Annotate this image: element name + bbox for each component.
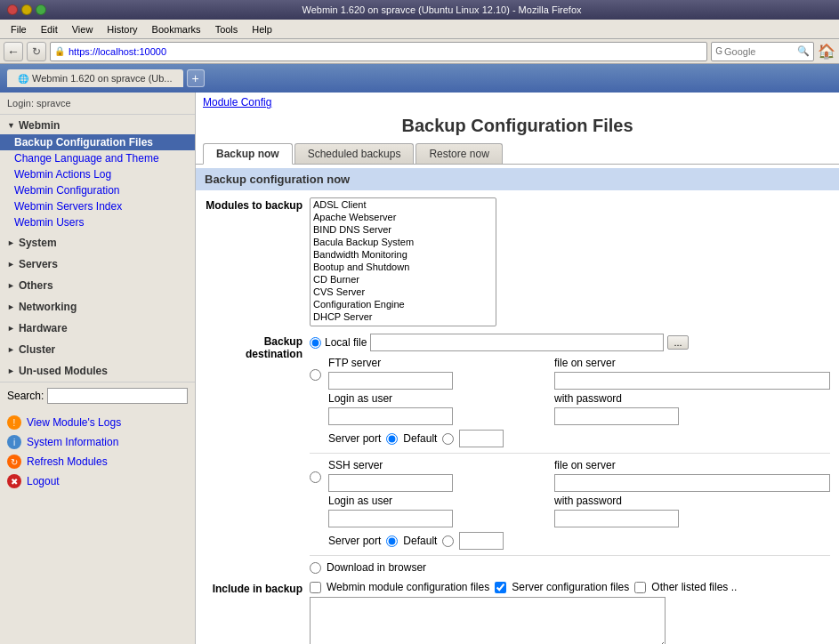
sidebar-item-backup-config[interactable]: Backup Configuration Files bbox=[0, 134, 195, 150]
reload-button[interactable]: ↻ bbox=[27, 42, 46, 61]
module-dhcp[interactable]: DHCP Server bbox=[311, 310, 496, 323]
logout-label: Logout bbox=[27, 475, 60, 487]
module-bootup[interactable]: Bootup and Shutdown bbox=[311, 261, 496, 273]
back-button[interactable]: ← bbox=[4, 42, 23, 61]
tab-restore-now[interactable]: Restore now bbox=[415, 143, 502, 164]
menu-view[interactable]: View bbox=[65, 22, 101, 36]
menu-bookmarks[interactable]: Bookmarks bbox=[145, 22, 208, 36]
sidebar-group-system[interactable]: ► System bbox=[0, 234, 195, 252]
ssh-radio[interactable] bbox=[310, 471, 321, 483]
window-controls[interactable] bbox=[7, 4, 46, 15]
ssh-login-input[interactable] bbox=[328, 510, 453, 527]
browser-tab-label: Webmin 1.620 on spravce (Ub... bbox=[32, 73, 173, 84]
divider-2 bbox=[310, 555, 830, 556]
webmin-module-checkbox[interactable] bbox=[310, 582, 321, 593]
module-config-engine[interactable]: Configuration Engine bbox=[311, 298, 496, 310]
sidebar-group-others[interactable]: ► Others bbox=[0, 277, 195, 294]
ssh-server-input[interactable] bbox=[328, 474, 453, 492]
ssh-section: SSH server Login as user Server port Def… bbox=[310, 459, 830, 550]
sidebar-group-cluster[interactable]: ► Cluster bbox=[0, 341, 195, 358]
sidebar-item-label: Webmin Servers Index bbox=[14, 200, 122, 213]
ssh-file-input[interactable] bbox=[554, 474, 830, 492]
menu-tools[interactable]: Tools bbox=[208, 22, 246, 36]
local-file-radio[interactable] bbox=[310, 337, 321, 349]
servers-group-label: Servers bbox=[19, 258, 58, 270]
module-config-link[interactable]: Module Config bbox=[203, 96, 271, 109]
search-icon[interactable]: 🔍 bbox=[797, 45, 810, 57]
include-textarea[interactable] bbox=[310, 597, 666, 644]
system-information-button[interactable]: i System Information bbox=[7, 432, 188, 452]
ftp-password-input[interactable] bbox=[554, 407, 679, 425]
sidebar-group-hardware[interactable]: ► Hardware bbox=[0, 319, 195, 337]
ssh-default-radio[interactable] bbox=[386, 535, 398, 547]
local-file-input[interactable] bbox=[370, 334, 664, 351]
browser-tab-webmin[interactable]: 🌐 Webmin 1.620 on spravce (Ub... bbox=[7, 69, 183, 87]
modules-content: ADSL Client Apache Webserver BIND DNS Se… bbox=[310, 197, 830, 326]
module-cd[interactable]: CD Burner bbox=[311, 273, 496, 286]
menu-help[interactable]: Help bbox=[245, 22, 279, 36]
ssh-port-input[interactable] bbox=[459, 532, 504, 550]
view-module-logs-button[interactable]: ! View Module's Logs bbox=[7, 413, 188, 432]
sidebar-group-networking[interactable]: ► Networking bbox=[0, 298, 195, 316]
ftp-default-radio[interactable] bbox=[386, 433, 398, 445]
server-config-checkbox[interactable] bbox=[495, 582, 506, 593]
minimize-button[interactable] bbox=[21, 4, 32, 15]
module-adsl[interactable]: ADSL Client bbox=[311, 198, 496, 211]
ssh-custom-radio[interactable] bbox=[442, 535, 454, 547]
include-content: Webmin module configuration files Server… bbox=[310, 581, 830, 644]
sidebar-search-input[interactable] bbox=[47, 388, 188, 404]
module-bandwidth[interactable]: Bandwidth Monitoring bbox=[311, 248, 496, 261]
sidebar-item-servers-index[interactable]: Webmin Servers Index bbox=[0, 198, 195, 214]
menu-edit[interactable]: Edit bbox=[34, 22, 65, 36]
system-info-label: System Information bbox=[27, 436, 118, 448]
ftp-login-input[interactable] bbox=[328, 407, 453, 425]
sidebar-item-actions-log[interactable]: Webmin Actions Log bbox=[0, 166, 195, 182]
ssh-with-password-label: with password bbox=[554, 495, 830, 507]
menu-file[interactable]: File bbox=[4, 22, 34, 36]
sidebar-group-unused[interactable]: ► Un-used Modules bbox=[0, 362, 195, 380]
tab-bar: Backup now Scheduled backups Restore now bbox=[196, 143, 839, 165]
sidebar-item-label: Webmin Users bbox=[14, 216, 84, 229]
refresh-modules-button[interactable]: ↻ Refresh Modules bbox=[7, 452, 188, 471]
info-icon: i bbox=[7, 435, 21, 449]
sidebar-item-change-language[interactable]: Change Language and Theme bbox=[0, 150, 195, 166]
include-label: Include in backup bbox=[205, 581, 303, 595]
sidebar-item-webmin-config[interactable]: Webmin Configuration bbox=[0, 182, 195, 198]
module-bacula[interactable]: Bacula Backup System bbox=[311, 236, 496, 248]
url-bar[interactable]: 🔒 https://localhost:10000 bbox=[50, 42, 707, 61]
download-radio[interactable] bbox=[310, 562, 321, 574]
ftp-port-label: Server port bbox=[328, 432, 381, 445]
new-tab-button[interactable]: + bbox=[187, 69, 205, 87]
ftp-port-row: Server port Default bbox=[328, 430, 529, 447]
module-bind[interactable]: BIND DNS Server bbox=[311, 223, 496, 236]
ftp-port-input[interactable] bbox=[459, 430, 504, 447]
module-apache[interactable]: Apache Webserver bbox=[311, 211, 496, 223]
ftp-radio[interactable] bbox=[310, 369, 321, 381]
ssh-server-label: SSH server bbox=[328, 459, 529, 471]
ftp-custom-radio[interactable] bbox=[442, 433, 454, 445]
ftp-col-right: file on server with password bbox=[554, 357, 830, 425]
ftp-server-input[interactable] bbox=[328, 372, 453, 390]
ftp-col-left: FTP server Login as user Server port Def… bbox=[328, 357, 529, 447]
menu-history[interactable]: History bbox=[100, 22, 144, 36]
tab-scheduled-backups[interactable]: Scheduled backups bbox=[294, 143, 415, 164]
browse-button[interactable]: ... bbox=[667, 335, 688, 350]
tab-backup-now[interactable]: Backup now bbox=[203, 143, 293, 165]
ssh-password-input[interactable] bbox=[554, 510, 679, 527]
search-input[interactable] bbox=[724, 46, 795, 57]
ftp-file-input[interactable] bbox=[554, 372, 830, 390]
window-title: Webmin 1.620 on spravce (Ubuntu Linux 12… bbox=[52, 4, 832, 15]
home-icon[interactable]: 🏠 bbox=[818, 43, 835, 60]
sidebar-group-servers[interactable]: ► Servers bbox=[0, 255, 195, 273]
sidebar-group-webmin[interactable]: ▼ Webmin bbox=[0, 117, 195, 134]
arrow-right-icon: ► bbox=[7, 366, 15, 375]
sidebar-item-users[interactable]: Webmin Users bbox=[0, 214, 195, 230]
modules-listbox[interactable]: ADSL Client Apache Webserver BIND DNS Se… bbox=[310, 197, 496, 326]
other-files-checkbox[interactable] bbox=[634, 582, 646, 593]
search-bar[interactable]: G 🔍 bbox=[711, 42, 814, 61]
browser-tabbar: 🌐 Webmin 1.620 on spravce (Ub... + bbox=[0, 64, 839, 93]
close-button[interactable] bbox=[7, 4, 18, 15]
logout-button[interactable]: ✖ Logout bbox=[7, 471, 188, 491]
maximize-button[interactable] bbox=[36, 4, 46, 15]
module-cvs[interactable]: CVS Server bbox=[311, 286, 496, 298]
